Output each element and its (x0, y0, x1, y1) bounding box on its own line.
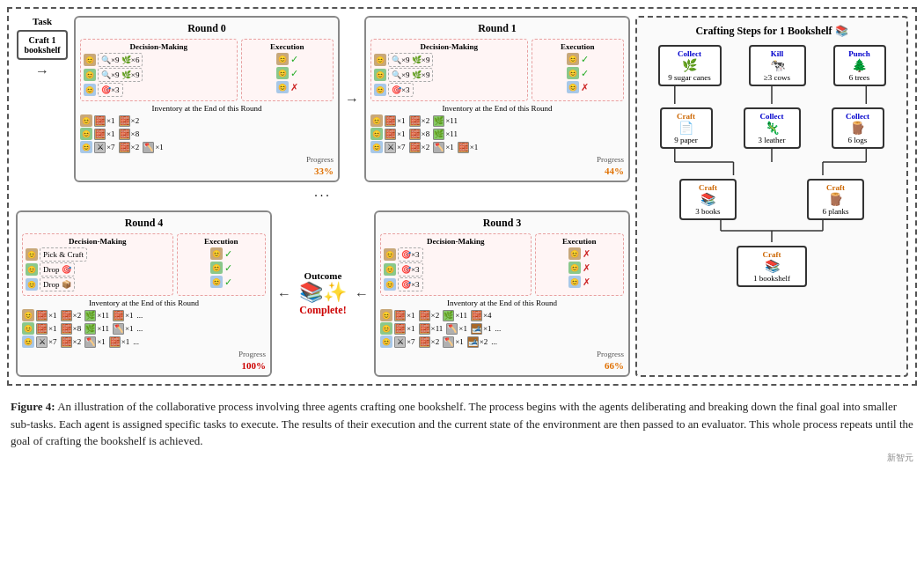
inv-av3: 😊 (80, 141, 92, 153)
continuation-dots: ··· (16, 188, 630, 205)
exec-avatar-1: 😊 (568, 247, 581, 260)
decision-label-1: Decision-Making (374, 42, 524, 51)
round-0-execution: Execution 😊 ✓ 😊 ✓ 😊 ✗ (241, 39, 334, 101)
round-3-execution: Execution 😊 ✗ 😊 ✗ 😊 ✗ (535, 233, 624, 296)
inv-av2: 😊 (380, 322, 392, 335)
wood-icon: 🧱 (119, 115, 130, 127)
crafting-title: Crafting Steps for 1 Bookshelf 📚 (644, 25, 899, 38)
agent-row: 😊 🔍×9 🌿×9 (374, 53, 524, 67)
outcome-column: Outcome 📚✨ Complete! (297, 210, 349, 377)
node-craft-books: Craft 📚 3 books (679, 179, 737, 220)
cow-icon: 🐄 (755, 58, 800, 73)
books-icon: 📚 (686, 192, 730, 207)
avatar-2: 😊 (26, 263, 38, 276)
agent1-task: Pick & Craft (40, 247, 87, 262)
exec-check-1: ✓ (224, 248, 232, 260)
node-qty: 1 bookshelf (743, 274, 801, 283)
inv-item: 🧱×1 (94, 115, 115, 127)
task-text: Craft 1bookshelf (24, 35, 60, 55)
task-box: Craft 1bookshelf (17, 30, 67, 60)
avatar-3: 😊 (374, 84, 386, 96)
node-verb: Kill (755, 49, 800, 58)
agent-row: 😊 🔍×9 🌿×9 (374, 68, 524, 82)
exec-check-3: ✓ (224, 277, 232, 288)
agent-row: 😊 🔍×9 🌿×6 (84, 53, 234, 67)
round-4-execution: Execution 😊 ✓ 😊 ✓ 😊 ✓ (177, 233, 266, 296)
round-0-decision: Decision-Making 😊 🔍×9 🌿×6 😊 🔍×9 🌿×9 😊 (80, 39, 238, 101)
decision-label-0: Decision-Making (84, 42, 234, 51)
diagram-section: Task Craft 1bookshelf → Round 0 Decision… (7, 7, 917, 386)
arrow-0-1: → (345, 92, 359, 107)
agent-row: 😊 Pick & Craft (26, 247, 170, 262)
watermark: 新智元 (7, 452, 917, 464)
agent-row: 😊 Drop 🎯 (26, 262, 170, 277)
exec-avatar-3: 😊 (276, 81, 289, 93)
inv-av1: 😊 (80, 114, 92, 127)
bookshelf-icon: 📚 (743, 259, 801, 274)
round-3-title: Round 3 (380, 217, 624, 230)
node-verb: Collect (838, 112, 878, 121)
agent3-task: Drop 📦 (40, 277, 75, 291)
agent-row: 😊 Drop 📦 (26, 277, 170, 291)
paper-icon: 📄 (666, 121, 707, 136)
node-qty: 3 leather (750, 136, 795, 144)
node-collect-sugar: Collect 🌿 9 sugar canes (658, 45, 722, 86)
agent-row: 😊 🎯×3 (384, 247, 528, 262)
execution-label-1: Execution (535, 42, 620, 51)
outcome-label: Outcome (304, 270, 342, 281)
agent2-task: 🎯×3 (398, 262, 423, 277)
agent2-task: 🔍×9 🌿×9 (98, 68, 143, 82)
agent-row: 😊 🎯×3 (374, 83, 524, 97)
inv-title-3: Inventory at the End of this Round (380, 299, 624, 307)
inv-av2: 😊 (370, 128, 383, 140)
avatar-3: 😊 (26, 278, 38, 291)
node-qty: 6 planks (813, 207, 858, 216)
node-craft-bookshelf: Craft 📚 1 bookshelf (737, 246, 807, 287)
agent-row: 😊 🎯×3 (384, 277, 528, 291)
node-qty: 6 logs (838, 136, 878, 144)
arrow-4-outcome: ← (277, 286, 291, 302)
node-collect-leather: Collect 🦎 3 leather (744, 107, 801, 149)
agent3-task: 🎯×3 (388, 83, 414, 97)
round-3-decision: Decision-Making 😊 🎯×3 😊 🎯×3 😊 (380, 233, 532, 296)
node-verb: Punch (840, 49, 880, 58)
wood-icon: 🧱 (119, 129, 130, 140)
execution-label-0: Execution (245, 42, 330, 51)
inv-item: 🧱×1 (94, 129, 115, 140)
wood-icon: 🧱 (94, 129, 106, 140)
figure-caption: Figure 4: An illustration of the collabo… (7, 393, 917, 452)
node-qty: ≥3 cows (755, 73, 800, 82)
crafting-steps-panel: Crafting Steps for 1 Bookshelf 📚 Collect… (635, 16, 908, 377)
main-container: Task Craft 1bookshelf → Round 0 Decision… (0, 0, 924, 471)
decision-label-3: Decision-Making (384, 237, 528, 246)
exec-check-1: ✓ (581, 54, 589, 65)
complete-label: Complete! (299, 304, 346, 317)
watermark-text: 新智元 (887, 453, 913, 462)
inv-av3: 😊 (380, 336, 392, 348)
exec-check-2: ✓ (290, 68, 298, 79)
avatar-2: 😊 (374, 69, 386, 81)
planks-icon: 🪵 (813, 192, 858, 207)
execution-label-3: Execution (539, 237, 620, 246)
exec-cross-3: ✗ (583, 277, 590, 288)
task-arrow: → (35, 63, 49, 79)
progress-val-0: 33% (314, 166, 334, 176)
round-0-inventory: Inventory at the End of this Round 😊 🧱×1… (80, 104, 334, 176)
round-1-inventory: Inventory at the End of this Round 😊 🧱×1… (370, 104, 624, 176)
node-verb: Collect (750, 112, 795, 121)
exec-avatar-2: 😊 (210, 262, 223, 274)
round-4-inventory: Inventory at the End of this Round 😊 🧱×1… (22, 299, 266, 371)
arrow-3-4: ← (355, 286, 369, 302)
node-qty: 3 books (686, 207, 730, 216)
agent1-task: 🔍×9 🌿×6 (98, 53, 143, 67)
exec-avatar-2: 😊 (567, 67, 579, 79)
avatar-1: 😊 (26, 248, 38, 261)
round-3-inventory: Inventory at the End of this Round 😊 🧱×1… (380, 299, 624, 371)
execution-label-4: Execution (180, 237, 262, 246)
inv-item: 🧱×2 (119, 142, 140, 153)
inv-av3: 😊 (22, 336, 34, 348)
exec-check-2: ✓ (224, 262, 232, 274)
inv-av1: 😊 (380, 309, 392, 321)
exec-avatar-3: 😊 (567, 81, 579, 93)
log-icon: 🪵 (838, 121, 878, 136)
